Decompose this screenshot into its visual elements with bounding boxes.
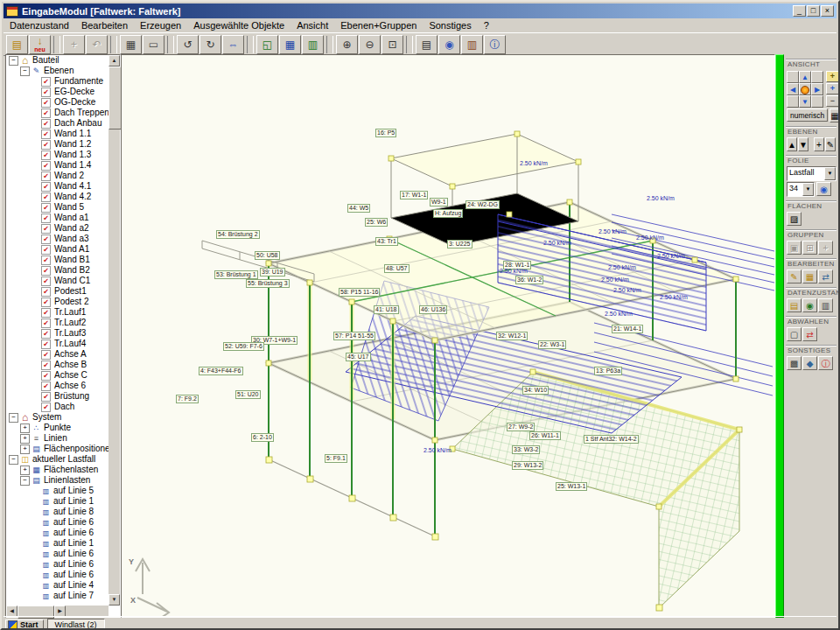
expander-minus-icon[interactable]: − [20, 66, 30, 76]
view-up-button[interactable]: ▲ [799, 71, 811, 83]
view-left-button[interactable]: ◀ [787, 83, 799, 95]
minimize-button[interactable]: _ [793, 5, 806, 17]
tree-item-28[interactable]: ✔Achse A [6, 349, 108, 360]
task-tab-windlast[interactable]: Windlast (2) [47, 619, 105, 630]
abwaehlen-swap-button[interactable]: ⇄ [802, 327, 817, 341]
view-button[interactable]: ◉ [438, 35, 460, 54]
tree-item-44[interactable]: ▥auf Linie 6 [6, 517, 108, 528]
tree-item-49[interactable]: ▥auf Linie 6 [6, 570, 108, 580]
element-label[interactable]: 3: U225 [447, 240, 472, 248]
flaechen-hatch-button[interactable]: ▨ [787, 212, 802, 226]
tree-item-15[interactable]: ✔Wand a1 [6, 213, 108, 223]
datenzustand-folder-button[interactable]: ▤ [787, 298, 802, 312]
zoom-plus-button[interactable]: + [826, 71, 839, 82]
tree-item-12[interactable]: ✔Wand 4.1 [6, 181, 108, 192]
move-cross-button[interactable]: + [826, 83, 839, 94]
ebene-edit-button[interactable]: ✎ [825, 137, 836, 151]
tree-item-7[interactable]: ✔Wand 1.1 [6, 129, 108, 139]
tree-item-48[interactable]: ▥auf Linie 6 [6, 559, 108, 570]
grid-small-button[interactable]: ▦ [830, 108, 839, 122]
view-corner-br-button[interactable] [811, 95, 823, 108]
element-label[interactable]: 13: P63a [594, 367, 622, 375]
tree-item-40[interactable]: −▤Linienlasten [6, 475, 108, 486]
folie-number-combobox[interactable]: 34 ▼ [787, 182, 815, 197]
element-label[interactable]: 34: W10 [522, 386, 549, 395]
element-label[interactable]: 1 Stf Ant32: W14-2 [584, 435, 639, 444]
folien-button[interactable]: ▥ [302, 35, 324, 54]
tree-item-4[interactable]: ✔OG-Decke [6, 97, 108, 108]
form-button[interactable]: ▤ [6, 35, 28, 54]
table-button[interactable]: ▦ [120, 35, 142, 54]
rotate-left-button[interactable]: ↺ [177, 35, 199, 54]
element-label[interactable]: 5: F9.1 [325, 454, 347, 463]
tree-item-8[interactable]: ✔Wand 1.2 [6, 139, 108, 150]
tree-item-34[interactable]: −⌂System [6, 412, 108, 423]
tree-item-5[interactable]: ✔Dach Treppenha [6, 108, 108, 118]
view-center-button[interactable] [799, 83, 811, 95]
tree-item-21[interactable]: ✔Wand C1 [6, 276, 108, 286]
element-label[interactable]: 4: F43+F44-F6 [199, 367, 243, 375]
element-label[interactable]: 27: W9-2 [507, 423, 535, 431]
tree-item-24[interactable]: ✔Tr.Lauf1 [6, 307, 108, 318]
scroll-thumb[interactable] [108, 66, 122, 130]
start-button[interactable]: Start [5, 620, 44, 630]
pan-button[interactable]: ⇔ [222, 35, 244, 54]
tree-item-19[interactable]: ✔Wand B1 [6, 255, 108, 265]
abwaehlen-box-button[interactable]: ▢ [787, 327, 802, 341]
ruler-button[interactable]: ▭ [143, 35, 164, 54]
sonstiges-diamond-button[interactable]: ◆ [802, 356, 817, 370]
tree-vertical-scrollbar[interactable]: ▲ ▼ [108, 55, 120, 606]
numerisch-button[interactable]: numerisch [787, 108, 828, 122]
element-label[interactable]: 24: W2-DG [466, 200, 500, 209]
print-button[interactable]: ▤ [416, 35, 438, 54]
element-label[interactable]: 55: Brüstung 3 [246, 279, 290, 288]
element-label[interactable]: 41: U18 [374, 305, 399, 314]
view-right-button[interactable]: ▶ [811, 83, 823, 95]
tree-item-10[interactable]: ✔Wand 1.4 [6, 160, 108, 171]
element-label[interactable]: 33: W3-2 [512, 445, 540, 454]
element-label[interactable]: 51: U20 [235, 390, 261, 399]
expander-minus-icon[interactable]: − [9, 455, 18, 465]
tree-item-2[interactable]: ✔Fundamente [6, 76, 108, 87]
zoom-in-button[interactable]: ⊕ [336, 35, 358, 54]
element-label[interactable]: 48: U57 [384, 264, 410, 273]
tree-item-35[interactable]: +∴Punkte [6, 423, 108, 433]
element-label[interactable]: 7: F9.2 [176, 395, 199, 403]
tree-item-6[interactable]: ✔Dach Anbau [6, 118, 108, 129]
view-corner-tr-button[interactable] [811, 71, 823, 83]
dropdown-icon[interactable]: ▼ [824, 167, 836, 180]
tree-item-46[interactable]: ▥auf Linie 1 [6, 538, 108, 549]
tree-item-3[interactable]: ✔EG-Decke [6, 87, 108, 97]
sonstiges-info-button[interactable]: ⓘ [818, 356, 833, 370]
view-corner-tl-button[interactable] [787, 71, 799, 83]
element-label[interactable]: 16: P5 [375, 129, 396, 137]
ebene-up-button[interactable]: ▲ [787, 137, 797, 151]
expander-plus-icon[interactable]: + [20, 444, 30, 454]
element-label[interactable]: 50: U58 [255, 251, 280, 260]
tree-item-47[interactable]: ▥auf Linie 6 [6, 549, 108, 559]
tree-item-43[interactable]: ▥auf Linie 8 [6, 507, 108, 517]
tree-item-27[interactable]: ✔Tr.Lauf4 [6, 339, 108, 349]
tree-item-42[interactable]: ▥auf Linie 1 [6, 496, 108, 507]
zoom-out-button[interactable]: ⊖ [359, 35, 381, 54]
tree-item-0[interactable]: −⌂Bauteil [6, 55, 108, 66]
element-label[interactable]: 43: Tr1 [375, 237, 398, 246]
catalog-button[interactable]: ▥ [461, 35, 483, 54]
element-label[interactable]: H: Aufzug [433, 209, 463, 218]
element-label[interactable]: 25: W13-1 [556, 482, 587, 491]
tree-item-39[interactable]: +▦Flächenlasten [6, 465, 108, 475]
tree-item-37[interactable]: +▤Flächenpositione [6, 444, 108, 454]
panel-splitter[interactable] [775, 54, 784, 618]
expander-minus-icon[interactable]: − [20, 476, 30, 486]
tree-item-29[interactable]: ✔Achse B [6, 360, 108, 370]
ebene-down-button[interactable]: ▼ [798, 137, 808, 151]
expander-minus-icon[interactable]: − [9, 56, 18, 66]
element-label[interactable]: 6: 2-10 [251, 433, 274, 442]
zoom-window-button[interactable]: ⊡ [382, 35, 403, 54]
zoom-minus-button[interactable]: − [826, 95, 839, 107]
tree-item-45[interactable]: ▥auf Linie 6 [6, 528, 108, 538]
viewport-button[interactable]: ◱ [256, 35, 278, 54]
tree-item-31[interactable]: ✔Achse 6 [6, 381, 108, 391]
raster-button[interactable]: ▦ [279, 35, 301, 54]
tree-item-36[interactable]: +≡Linien [6, 433, 108, 444]
